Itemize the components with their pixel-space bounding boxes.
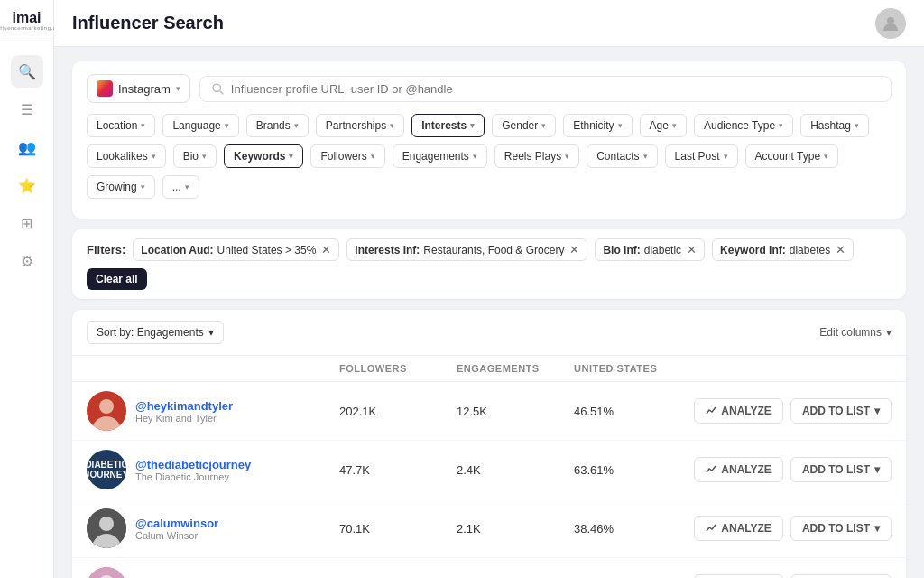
platform-chevron: ▾ bbox=[176, 84, 180, 93]
filter-brands[interactable]: Brands ▾ bbox=[246, 114, 309, 137]
filter-last-post[interactable]: Last Post ▾ bbox=[665, 144, 738, 168]
row-actions: ANALYZE ADD TO LIST ▾ bbox=[709, 457, 892, 482]
filter-audience-type[interactable]: Audience Type ▾ bbox=[694, 114, 793, 137]
analyze-button[interactable]: ANALYZE bbox=[694, 574, 783, 578]
filter-age[interactable]: Age ▾ bbox=[640, 114, 687, 137]
search-input[interactable] bbox=[231, 82, 880, 96]
sidebar-icon-list[interactable]: ☰ bbox=[11, 93, 43, 126]
analyze-button[interactable]: ANALYZE bbox=[694, 457, 783, 482]
influencer-info: @calumwinsor Calum Winsor bbox=[87, 508, 339, 548]
add-to-list-button[interactable]: ADD TO LIST ▾ bbox=[790, 574, 892, 578]
content-area: Instagram ▾ Location ▾ Language ▾ Brands… bbox=[54, 47, 924, 578]
filter-account-type[interactable]: Account Type ▾ bbox=[745, 144, 839, 168]
filter-gender[interactable]: Gender ▾ bbox=[492, 114, 556, 137]
add-to-list-button[interactable]: ADD TO LIST ▾ bbox=[790, 457, 892, 482]
filter-language[interactable]: Language ▾ bbox=[162, 114, 238, 137]
sidebar-icon-settings[interactable]: ⚙ bbox=[11, 245, 43, 277]
us-pct-stat: 46.51% bbox=[574, 405, 709, 418]
platform-label: Instagram bbox=[118, 82, 171, 96]
table-row: DIABETICJOURNEY @thediabeticjourney The … bbox=[72, 441, 906, 499]
filter-contacts[interactable]: Contacts ▾ bbox=[587, 144, 657, 168]
engagements-stat: 2.1K bbox=[457, 522, 574, 536]
results-area: Sort by: Engagements ▾ Edit columns ▾ FO… bbox=[72, 310, 906, 578]
filter-tag-keyword: Keyword Inf: diabetes ✕ bbox=[712, 238, 854, 261]
filter-tag-interests: Interests Inf: Restaurants, Food & Groce… bbox=[346, 238, 587, 261]
analyze-icon bbox=[706, 406, 716, 416]
sidebar-icon-star[interactable]: ⭐ bbox=[11, 169, 43, 201]
analyze-icon bbox=[706, 523, 716, 534]
page-title: Influencer Search bbox=[72, 13, 224, 33]
header: Influencer Search bbox=[54, 0, 924, 47]
sidebar-icon-grid[interactable]: ⊞ bbox=[11, 207, 43, 239]
followers-stat: 47.7K bbox=[339, 463, 457, 477]
remove-location-filter[interactable]: ✕ bbox=[321, 243, 331, 256]
sort-button[interactable]: Sort by: Engagements ▾ bbox=[87, 321, 224, 344]
influencer-info: @insulin_and_tonic JILLIAN bbox=[87, 567, 339, 578]
table-row: @heykimandtyler Hey Kim and Tyler 202.1K… bbox=[72, 382, 906, 441]
engagements-stat: 2.4K bbox=[457, 463, 574, 477]
sidebar-icon-search[interactable]: 🔍 bbox=[11, 55, 43, 88]
avatar bbox=[87, 567, 126, 578]
svg-point-0 bbox=[887, 17, 894, 24]
followers-stat: 70.1K bbox=[339, 522, 457, 536]
edit-columns-button[interactable]: Edit columns ▾ bbox=[819, 326, 892, 339]
remove-keyword-filter[interactable]: ✕ bbox=[836, 243, 845, 256]
filter-reels-plays[interactable]: Reels Plays ▾ bbox=[494, 144, 579, 168]
user-avatar[interactable] bbox=[875, 8, 906, 39]
influencer-handle[interactable]: @insulin_and_tonic bbox=[135, 575, 246, 579]
edit-columns-label: Edit columns bbox=[819, 326, 882, 339]
remove-bio-filter[interactable]: ✕ bbox=[687, 243, 697, 256]
filter-more[interactable]: ... ▾ bbox=[162, 175, 199, 199]
add-to-list-button[interactable]: ADD TO LIST ▾ bbox=[790, 398, 892, 424]
svg-point-1 bbox=[213, 84, 220, 91]
filter-tag-bio: Bio Inf: diabetic ✕ bbox=[595, 238, 705, 261]
us-pct-stat: 63.61% bbox=[574, 463, 709, 477]
filter-hashtag[interactable]: Hashtag ▾ bbox=[800, 114, 869, 137]
analyze-button[interactable]: ANALYZE bbox=[694, 516, 783, 541]
filter-bio[interactable]: Bio ▾ bbox=[173, 144, 217, 168]
sidebar: imai influencermarketing.ai 🔍 ☰ 👥 ⭐ ⊞ ⚙ bbox=[0, 0, 54, 578]
svg-point-4 bbox=[99, 399, 114, 414]
avatar-img-1 bbox=[87, 391, 126, 431]
col-actions-1 bbox=[709, 363, 800, 374]
analyze-button[interactable]: ANALYZE bbox=[694, 398, 783, 424]
results-toolbar: Sort by: Engagements ▾ Edit columns ▾ bbox=[72, 310, 906, 356]
logo-text: imai bbox=[12, 11, 41, 25]
search-top: Instagram ▾ bbox=[87, 74, 892, 103]
logo-sub: influencermarketing.ai bbox=[0, 25, 58, 31]
col-followers: FOLLOWERS bbox=[339, 363, 457, 374]
filter-ethnicity[interactable]: Ethnicity ▾ bbox=[563, 114, 632, 137]
filter-keywords[interactable]: Keywords ▾ bbox=[224, 144, 303, 168]
sidebar-icon-users[interactable]: 👥 bbox=[11, 131, 43, 163]
analyze-icon bbox=[706, 464, 716, 475]
logo-area: imai influencermarketing.ai bbox=[0, 11, 53, 42]
clear-all-button[interactable]: Clear all bbox=[87, 268, 147, 290]
filter-followers[interactable]: Followers ▾ bbox=[310, 144, 384, 168]
filter-growing[interactable]: Growing ▾ bbox=[87, 175, 155, 199]
followers-stat: 202.1K bbox=[339, 405, 457, 418]
engagements-stat: 12.5K bbox=[457, 405, 574, 418]
filter-engagements[interactable]: Engagements ▾ bbox=[393, 144, 487, 168]
filter-location[interactable]: Location ▾ bbox=[87, 114, 155, 137]
filter-partnerships[interactable]: Partnerships ▾ bbox=[316, 114, 404, 137]
filters-label: Filters: bbox=[87, 243, 125, 256]
search-box: Instagram ▾ Location ▾ Language ▾ Brands… bbox=[72, 61, 906, 219]
row-actions: ANALYZE ADD TO LIST ▾ bbox=[709, 516, 892, 541]
remove-interests-filter[interactable]: ✕ bbox=[569, 243, 579, 256]
influencer-name: Hey Kim and Tyler bbox=[135, 413, 233, 424]
sort-chevron: ▾ bbox=[208, 326, 214, 339]
filter-interests[interactable]: Interests ▾ bbox=[411, 114, 485, 137]
edit-columns-chevron: ▾ bbox=[886, 326, 892, 339]
influencer-name: Calum Winsor bbox=[135, 530, 218, 541]
influencer-handle[interactable]: @heykimandtyler bbox=[135, 399, 233, 413]
influencer-handle[interactable]: @thediabeticjourney bbox=[135, 458, 251, 471]
svg-point-6 bbox=[99, 517, 114, 531]
avatar: DIABETICJOURNEY bbox=[87, 450, 126, 489]
sort-label: Sort by: Engagements bbox=[97, 326, 204, 339]
filter-lookalikes[interactable]: Lookalikes ▾ bbox=[87, 144, 166, 168]
platform-select[interactable]: Instagram ▾ bbox=[87, 74, 190, 103]
filter-row-2: Lookalikes ▾ Bio ▾ Keywords ▾ Followers … bbox=[87, 144, 892, 199]
influencer-handle[interactable]: @calumwinsor bbox=[135, 517, 218, 530]
avatar-img-3 bbox=[87, 508, 126, 548]
add-to-list-button[interactable]: ADD TO LIST ▾ bbox=[790, 516, 892, 541]
